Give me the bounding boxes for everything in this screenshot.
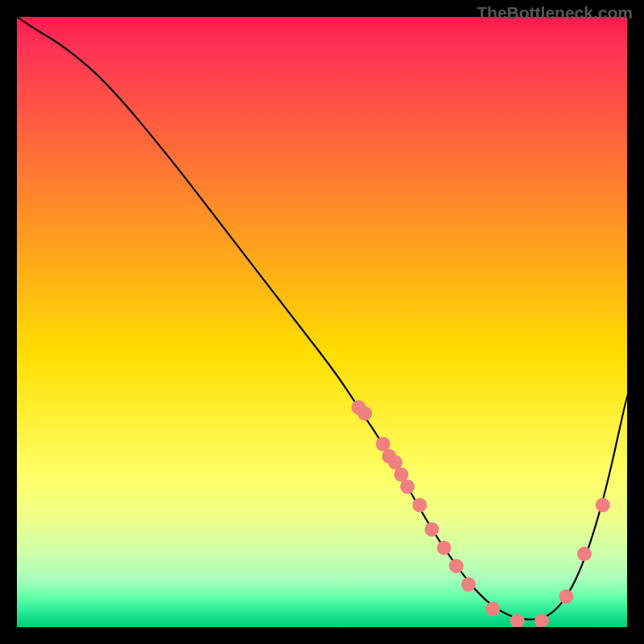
chart-plot-area (17, 17, 627, 627)
watermark-text: TheBottleneck.com (477, 3, 633, 23)
